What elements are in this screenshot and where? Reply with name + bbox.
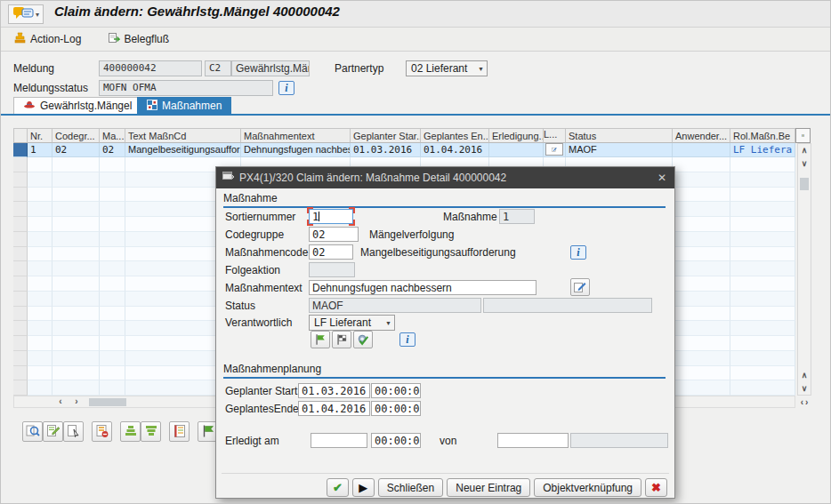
col-header-geplantes-ende[interactable]: Geplantes En... (421, 128, 489, 143)
horizontal-scroll-buttons-right[interactable]: ‹ › (795, 396, 813, 408)
cell-erledigung[interactable] (489, 143, 544, 157)
status-info-button[interactable]: i (399, 332, 416, 347)
system-menu-button[interactable]: ▾ (8, 4, 44, 24)
schliessen-button[interactable]: Schließen (378, 478, 443, 497)
scroll-right-icon[interactable]: › (805, 397, 808, 407)
scroll-up-icon[interactable]: ∧ (798, 369, 811, 381)
list-remove-icon (95, 424, 109, 438)
geplantes-ende-time-field[interactable]: 00:00:00 (371, 401, 421, 416)
long-text-edit-button[interactable] (570, 278, 590, 296)
scrollbar-thumb[interactable] (800, 178, 809, 190)
empty-cell (100, 217, 125, 232)
empty-cell (13, 261, 28, 276)
empty-cell (100, 247, 125, 262)
select-all-header-cell[interactable] (13, 128, 28, 143)
vertical-scrollbar[interactable]: ∧ ∨ ∧ ∨ (797, 143, 811, 396)
green-flag-icon (314, 333, 327, 346)
geplanter-start-time-field[interactable]: 00:00:00 (371, 383, 421, 398)
col-header-geplanter-start[interactable]: Geplanter Star... (351, 128, 421, 143)
objektverknuepfung-button[interactable]: Objektverknüpfung (534, 478, 641, 497)
codegruppe-label: Codegruppe (225, 227, 284, 241)
cell-status[interactable]: MAOF (566, 143, 673, 157)
code-info-button[interactable]: i (570, 245, 586, 260)
chevron-down-icon: ▼ (385, 320, 391, 326)
erledigt-am-date-field[interactable] (311, 433, 367, 448)
delete-entry-button[interactable] (92, 421, 112, 442)
status-info-button[interactable]: i (278, 81, 294, 95)
scroll-down-icon[interactable]: ∨ (798, 382, 811, 395)
edit-text-button[interactable] (545, 143, 563, 156)
tab-label: Maßnahmen (162, 100, 222, 112)
massnahmentext-field[interactable]: Dehnungsfugen nachbessern (309, 280, 537, 295)
neuer-eintrag-button[interactable]: Neuer Eintrag (447, 478, 530, 497)
cancel-button[interactable]: ✖ (645, 478, 667, 497)
sort-ascending-button[interactable] (120, 421, 141, 442)
col-header-text-massncd[interactable]: Text MaßnCd (125, 128, 241, 143)
scroll-down-icon[interactable]: ∨ (798, 157, 811, 170)
col-header-nr[interactable]: Nr. (28, 128, 52, 143)
col-header-massnahme[interactable]: Ma... (100, 128, 125, 143)
verantwortlich-dropdown[interactable]: LF Lieferant ▼ (309, 315, 395, 331)
cell-rol-massn-be[interactable]: LF Liefera (730, 143, 795, 157)
table-layout-config-button[interactable] (795, 128, 811, 143)
tab-gewaehrlstg-maengel[interactable]: Gewährlstg.Mängel (13, 97, 141, 114)
info-icon: i (406, 333, 408, 347)
cell-langtext[interactable] (544, 143, 566, 157)
continue-button[interactable]: ▶ (352, 478, 375, 497)
cell-geplanter-start[interactable]: 01.03.2016 (351, 143, 421, 157)
col-header-erledigung[interactable]: Erledigung... (489, 128, 544, 143)
finish-status-flag-button[interactable] (332, 331, 351, 348)
close-icon[interactable]: ✕ (656, 172, 668, 184)
cell-anwender[interactable] (673, 143, 730, 157)
tab-massnahmen[interactable]: Maßnahmen (137, 97, 231, 114)
cell-text-massncd[interactable]: Mangelbeseitigungsauffor.. (125, 143, 241, 157)
geplanter-start-date-field[interactable]: 01.03.2016 (298, 383, 370, 398)
scroll-up-icon[interactable]: ∧ (798, 144, 811, 156)
empty-cell (730, 261, 795, 276)
scroll-left-icon[interactable]: ‹ (53, 396, 68, 407)
log-button[interactable] (169, 421, 190, 442)
empty-cell (730, 380, 795, 396)
empty-cell (52, 366, 100, 381)
set-status-flag-button[interactable] (311, 331, 330, 348)
change-entry-button[interactable] (43, 421, 63, 442)
col-header-massnahmentext[interactable]: Maßnahmentext (241, 128, 351, 143)
cell-nr[interactable]: 1 (28, 143, 52, 157)
checkered-flag-icon (335, 333, 348, 346)
empty-cell (100, 232, 125, 247)
codegruppe-description: Mängelverfolgung (369, 227, 454, 241)
col-header-status[interactable]: Status (566, 128, 673, 143)
detail-view-button[interactable] (22, 421, 43, 442)
table-row[interactable]: 1 02 02 Mangelbeseitigungsauffor.. Dehnu… (13, 143, 795, 157)
dialog-title-bar[interactable]: PX4(1)/320 Claim ändern: Maßnahme Detail… (216, 167, 674, 188)
scroll-right-icon[interactable]: › (69, 396, 84, 407)
massnahmencode-field[interactable]: 02 (309, 244, 353, 260)
cell-massnahmentext[interactable]: Dehnungsfugen nachbes.. (241, 143, 351, 157)
cell-massnahme[interactable]: 02 (100, 143, 125, 157)
confirm-button[interactable]: ✔ (327, 478, 349, 497)
codegruppe-field[interactable]: 02 (309, 227, 359, 242)
geplantes-ende-date-field[interactable]: 01.04.2016 (298, 401, 370, 416)
display-entry-button[interactable] (63, 421, 84, 442)
complete-status-button[interactable] (353, 331, 373, 348)
col-header-l[interactable]: L... (544, 128, 566, 143)
sortiernummer-field[interactable]: 1 (309, 209, 353, 224)
empty-cell (100, 307, 125, 322)
cell-codegruppe[interactable]: 02 (52, 143, 100, 157)
col-header-codegruppe[interactable]: Codegr... (52, 128, 100, 143)
action-log-button[interactable]: Action-Log (10, 30, 85, 49)
partnertyp-dropdown[interactable]: 02 Lieferant ▼ (406, 60, 488, 76)
belegfluss-button[interactable]: Belegfluß (104, 30, 173, 49)
row-selector[interactable] (13, 143, 28, 157)
scroll-left-icon[interactable]: ‹ (801, 397, 803, 407)
col-header-anwender[interactable]: Anwender... (673, 128, 730, 143)
scrollbar-thumb[interactable] (89, 398, 126, 406)
status-label: Status (225, 298, 255, 312)
empty-cell (52, 261, 100, 276)
cell-geplantes-ende[interactable]: 01.04.2016 (421, 143, 489, 157)
von-field[interactable] (497, 433, 569, 448)
dialog-footer-buttons: ✔ ▶ Schließen Neuer Eintrag Objektverknü… (327, 478, 667, 497)
sort-descending-button[interactable] (141, 421, 161, 442)
col-header-rol-massn-be[interactable]: Rol.Maßn.Be (730, 128, 795, 143)
erledigt-am-time-field[interactable]: 00:00:00 (371, 433, 421, 448)
